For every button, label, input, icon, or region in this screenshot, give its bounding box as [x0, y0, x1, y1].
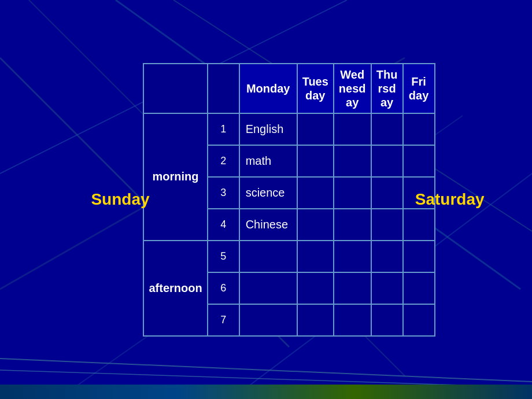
cell-p7-thu: [371, 304, 403, 336]
cell-math-wed: [334, 145, 371, 177]
period-2: 2: [208, 145, 239, 177]
subject-math: math: [239, 145, 297, 177]
saturday-label: Saturday: [415, 190, 485, 209]
cell-p6-wed: [334, 272, 371, 304]
cell-p6-thu: [371, 272, 403, 304]
afternoon-label: afternoon: [143, 241, 207, 336]
cell-p5-wed: [334, 241, 371, 272]
cell-chinese-thu: [371, 209, 403, 241]
period-1: 1: [208, 113, 239, 145]
period-6: 6: [208, 272, 239, 304]
period-5: 5: [208, 241, 239, 272]
sunday-label: Sunday: [91, 190, 149, 209]
subject-english: English: [239, 113, 297, 145]
header-empty-2: [208, 64, 239, 113]
period-3: 3: [208, 177, 239, 209]
cell-chinese-tue: [297, 209, 334, 241]
period-4: 4: [208, 209, 239, 241]
cell-p5-tue: [297, 241, 334, 272]
cell-chinese-wed: [334, 209, 371, 241]
header-tuesday: Tuesday: [297, 64, 334, 113]
header-monday: Monday: [239, 64, 297, 113]
bottom-bar: [0, 385, 532, 399]
cell-english-thu: [371, 113, 403, 145]
cell-english-fri: [403, 113, 435, 145]
schedule-wrapper: Sunday Monday Tuesday Wednesday Thursday…: [97, 63, 435, 337]
cell-p6-fri: [403, 272, 435, 304]
cell-p5-fri: [403, 241, 435, 272]
subject-chinese: Chinese: [239, 209, 297, 241]
cell-p7-tue: [297, 304, 334, 336]
subject-p5-mon: [239, 241, 297, 272]
header-thursday: Thursday: [371, 64, 403, 113]
header-empty-1: [143, 64, 207, 113]
table-row: morning 1 English: [143, 113, 434, 145]
cell-p5-thu: [371, 241, 403, 272]
table-row: afternoon 5: [143, 241, 434, 272]
cell-p7-wed: [334, 304, 371, 336]
subject-science: science: [239, 177, 297, 209]
header-friday: Friday: [403, 64, 435, 113]
cell-chinese-fri: [403, 209, 435, 241]
cell-math-thu: [371, 145, 403, 177]
cell-p6-tue: [297, 272, 334, 304]
header-wednesday: Wednesday: [334, 64, 371, 113]
schedule-table: Monday Tuesday Wednesday Thursday Friday…: [143, 63, 435, 337]
subject-p7-mon: [239, 304, 297, 336]
cell-p7-fri: [403, 304, 435, 336]
cell-science-wed: [334, 177, 371, 209]
morning-label: morning: [143, 113, 207, 241]
cell-english-wed: [334, 113, 371, 145]
cell-science-thu: [371, 177, 403, 209]
cell-english-tue: [297, 113, 334, 145]
cell-math-fri: [403, 145, 435, 177]
subject-p6-mon: [239, 272, 297, 304]
cell-science-tue: [297, 177, 334, 209]
period-7: 7: [208, 304, 239, 336]
cell-math-tue: [297, 145, 334, 177]
main-content: Sunday Monday Tuesday Wednesday Thursday…: [0, 0, 532, 399]
